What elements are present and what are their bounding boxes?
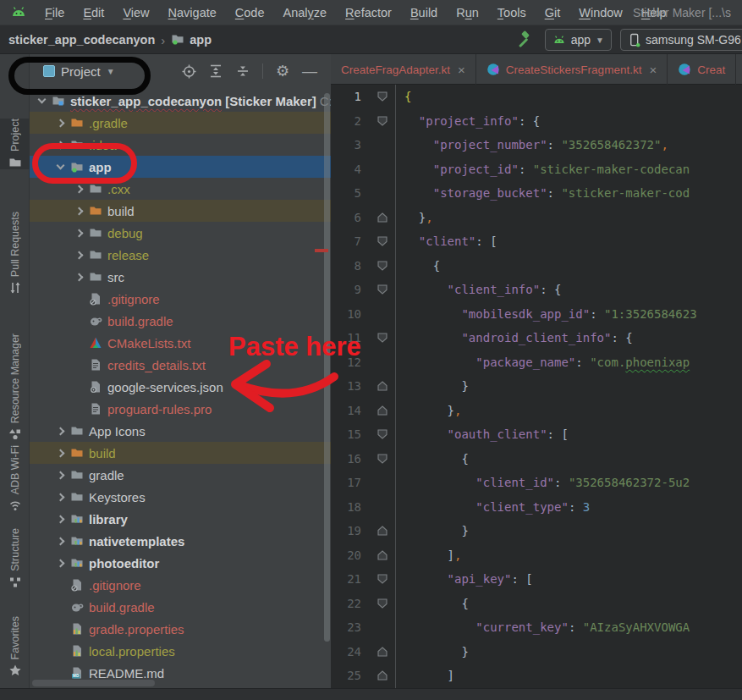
line-number: 6 <box>331 211 370 224</box>
tab-creat[interactable]: Creat <box>668 54 736 85</box>
settings-gear-icon[interactable]: ⚙ <box>275 63 290 79</box>
fold-marker[interactable] <box>370 454 395 464</box>
menu-code[interactable]: Code <box>226 0 274 25</box>
stripe-favorites[interactable]: Favorites <box>0 616 30 677</box>
fold-marker[interactable] <box>370 647 395 657</box>
menu-git[interactable]: Git <box>536 0 570 25</box>
tree-item-.gitignore[interactable]: .gitignore <box>30 574 331 596</box>
menu-build[interactable]: Build <box>401 0 447 25</box>
line-number: 22 <box>331 597 370 610</box>
tree-item-credits-details.txt[interactable]: credits_details.txt <box>30 354 331 376</box>
fold-marker[interactable] <box>370 236 395 246</box>
tree-item-cmakelists.txt[interactable]: CMakeLists.txt <box>30 332 331 354</box>
tab-createstickersfragment-kt[interactable]: CreateStickersFragment.kt× <box>476 54 668 85</box>
build-hammer-icon[interactable] <box>514 30 533 49</box>
tree-item-gradle.properties[interactable]: gradle.properties <box>30 618 331 640</box>
fold-marker[interactable] <box>370 212 395 223</box>
tree-item-debug[interactable]: debug <box>30 222 331 244</box>
chevron-down-icon[interactable] <box>33 99 50 102</box>
stripe-pull-requests[interactable]: Pull Requests <box>0 212 30 295</box>
menu-analyze[interactable]: Analyze <box>274 0 337 25</box>
fold-marker[interactable] <box>370 526 395 536</box>
chevron-right-icon[interactable] <box>70 230 87 236</box>
fold-marker[interactable] <box>370 261 395 271</box>
menu-run[interactable]: Run <box>447 0 488 25</box>
tree-item-build.gradle[interactable]: build.gradle <box>30 596 331 618</box>
tree-item-build[interactable]: build <box>30 200 331 222</box>
tab-createfragadapter-kt[interactable]: CreateFragAdapter.kt× <box>331 54 476 85</box>
fold-marker[interactable] <box>370 91 395 102</box>
close-tab-icon[interactable]: × <box>458 63 465 77</box>
tree-item-keystores[interactable]: Keystores <box>30 486 331 508</box>
stripe-structure[interactable]: Structure <box>0 528 30 589</box>
chevron-right-icon[interactable] <box>52 450 69 456</box>
menu-refactor[interactable]: Refactor <box>336 0 401 25</box>
tree-item-library[interactable]: library <box>30 508 331 530</box>
code-editor[interactable]: 1{2 "project_info": {3 "project_number":… <box>331 85 742 688</box>
menu-file[interactable]: File <box>36 0 74 25</box>
stripe-adb-wi-fi[interactable]: ADB Wi-Fi <box>0 445 30 512</box>
tree-item-.idea[interactable]: .idea <box>30 134 331 156</box>
collapse-all-icon[interactable] <box>235 63 250 79</box>
project-view-select[interactable]: Project ▼ <box>36 61 122 82</box>
tree-item-app[interactable]: app <box>30 156 331 178</box>
chevron-right-icon[interactable] <box>70 274 87 280</box>
menu-tools[interactable]: Tools <box>488 0 536 25</box>
tree-item-nativetemplates[interactable]: nativetemplates <box>30 530 331 552</box>
tree-item-.gitignore[interactable]: .gitignore <box>30 288 331 310</box>
fold-marker[interactable] <box>370 284 395 295</box>
expand-all-icon[interactable] <box>208 63 223 79</box>
menu-navigate[interactable]: Navigate <box>159 0 226 25</box>
fold-marker[interactable] <box>370 116 395 126</box>
stripe-resource-manager[interactable]: Resource Manager <box>0 333 30 441</box>
close-tab-icon[interactable]: × <box>649 63 657 77</box>
tree-item-app-icons[interactable]: App Icons <box>30 420 331 442</box>
chevron-right-icon[interactable] <box>52 472 69 478</box>
tree-item-photoeditor[interactable]: photoeditor <box>30 552 331 574</box>
chevron-right-icon[interactable] <box>52 538 69 544</box>
run-configuration-select[interactable]: app ▼ <box>545 29 612 51</box>
breadcrumb-module[interactable]: app <box>190 33 212 47</box>
tree-item-gradle[interactable]: gradle <box>30 464 331 486</box>
fold-marker[interactable] <box>370 574 395 584</box>
fold-marker[interactable] <box>370 405 395 416</box>
stripe-project[interactable]: Project <box>0 119 30 169</box>
tree-item-google-services.json[interactable]: google-services.json <box>30 376 331 398</box>
tree-item-.gradle[interactable]: .gradle <box>30 112 331 134</box>
chevron-right-icon[interactable] <box>52 516 69 522</box>
tree-item-release[interactable]: release <box>30 244 331 266</box>
chevron-right-icon[interactable] <box>52 142 69 148</box>
favorites-icon <box>8 664 22 677</box>
tree-item-proguard-rules.pro[interactable]: proguard-rules.pro <box>30 398 331 420</box>
fold-marker[interactable] <box>370 381 395 391</box>
tree-item-sticker-app-codecanyon[interactable]: sticker_app_codecanyon[Sticker Maker]C:\… <box>30 90 331 112</box>
tree-vertical-scrollbar[interactable] <box>324 93 330 642</box>
chevron-right-icon[interactable] <box>52 120 69 126</box>
chevron-right-icon[interactable] <box>70 208 87 214</box>
tree-item-local.properties[interactable]: local.properties <box>30 640 331 662</box>
chevron-right-icon[interactable] <box>70 252 87 258</box>
menu-window[interactable]: Window <box>569 0 632 25</box>
tree-horizontal-scrollbar[interactable] <box>32 680 155 686</box>
fold-marker[interactable] <box>370 333 395 343</box>
menu-edit[interactable]: Edit <box>74 0 113 25</box>
breadcrumb-project[interactable]: sticker_app_codecanyon <box>8 33 155 47</box>
chevron-right-icon[interactable] <box>52 560 69 566</box>
menu-view[interactable]: View <box>113 0 158 25</box>
fold-marker[interactable] <box>370 670 395 681</box>
chevron-right-icon[interactable] <box>52 428 69 434</box>
window-title: Sticker Maker [...\s <box>633 0 731 25</box>
chevron-right-icon[interactable] <box>70 186 87 192</box>
fold-marker[interactable] <box>370 550 395 560</box>
tree-item-build.gradle[interactable]: build.gradle <box>30 310 331 332</box>
fold-marker[interactable] <box>370 598 395 609</box>
fold-marker[interactable] <box>370 429 395 439</box>
device-select[interactable]: samsung SM-G96 <box>620 29 742 51</box>
tree-item-build[interactable]: build <box>30 442 331 464</box>
chevron-down-icon[interactable] <box>52 165 69 168</box>
chevron-right-icon[interactable] <box>52 494 69 500</box>
hide-panel-icon[interactable]: — <box>302 63 317 79</box>
locate-file-icon[interactable] <box>181 63 196 79</box>
tree-item-src[interactable]: src <box>30 266 331 288</box>
tree-item-.cxx[interactable]: .cxx <box>30 178 331 200</box>
